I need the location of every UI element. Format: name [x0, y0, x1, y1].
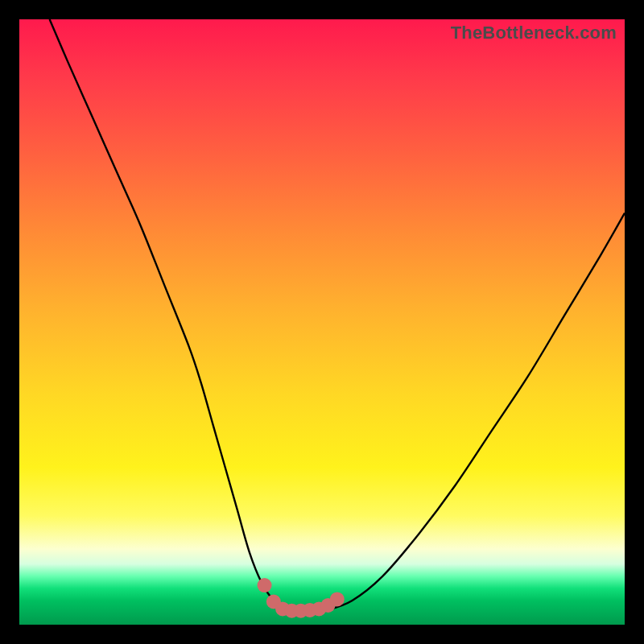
bottleneck-curve [19, 19, 625, 625]
valley-marker [330, 592, 345, 606]
valley-marker [258, 578, 272, 592]
plot-area: TheBottleneck.com [19, 19, 625, 625]
chart-frame: TheBottleneck.com [0, 0, 644, 644]
valley-markers [258, 578, 345, 618]
curve-path [50, 19, 625, 611]
